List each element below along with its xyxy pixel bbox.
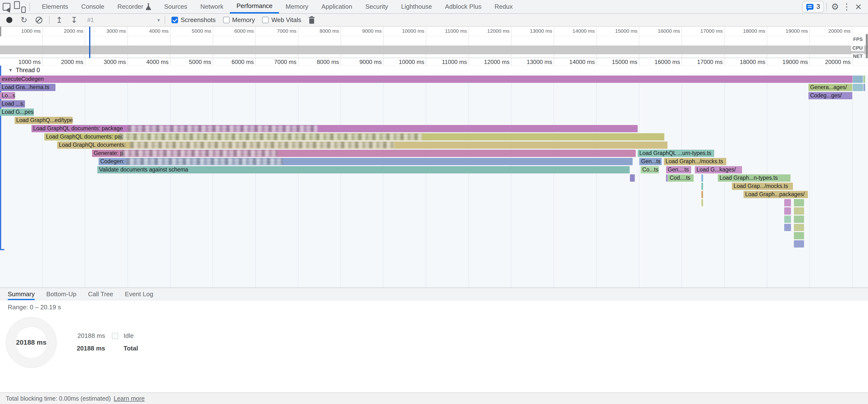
learn-more-link[interactable]: Learn more xyxy=(114,395,145,402)
flame-event-load-s-ts[interactable]: Load ...s.ts xyxy=(0,100,25,107)
tab-summary[interactable]: Summary xyxy=(8,288,35,300)
flame-event-load-grap-mocks-ts[interactable]: Load Grap.../mocks.ts xyxy=(732,183,793,190)
inspect-element-icon[interactable] xyxy=(0,0,13,13)
flame-event-load-graph-n-types-ts[interactable]: Load Graph...n-types.ts xyxy=(718,175,790,182)
flame-event-block[interactable] xyxy=(702,199,703,206)
flame-event-gen-ts[interactable]: Gen....ts xyxy=(666,166,691,174)
reload-and-record-icon[interactable]: ↻ xyxy=(21,16,27,24)
tab-bottom-up[interactable]: Bottom-Up xyxy=(46,288,76,300)
overview-left-handle[interactable] xyxy=(0,27,1,36)
flame-event-generate-p[interactable]: Generate: p xyxy=(92,150,636,157)
tab-lighthouse[interactable]: Lighthouse xyxy=(395,0,438,13)
redacted-text-blur xyxy=(121,150,277,157)
record-button[interactable] xyxy=(6,17,12,23)
flame-event-block[interactable] xyxy=(853,75,863,83)
garbage-collect-icon[interactable] xyxy=(309,16,315,24)
flame-event-block[interactable] xyxy=(794,240,804,248)
flame-event-load-g-kages[interactable]: Load G...kages/ xyxy=(695,166,742,174)
redacted-text-blur xyxy=(119,133,422,140)
ruler-tick-label: 4000 ms xyxy=(123,59,168,65)
timeline-overview[interactable]: 1000 ms2000 ms3000 ms4000 ms5000 ms6000 … xyxy=(0,27,868,58)
flame-event-block[interactable] xyxy=(702,191,703,198)
device-toolbar-icon[interactable] xyxy=(13,0,26,13)
tab-elements[interactable]: Elements xyxy=(35,0,74,13)
flame-event-block[interactable] xyxy=(666,175,668,182)
flame-event-block[interactable] xyxy=(784,224,791,231)
ruler-tick-label: 6000 ms xyxy=(208,28,254,34)
flame-event-load-graphql-urn-types-ts[interactable]: Load GraphQL ...urn-types.ts xyxy=(638,150,714,157)
ruler-tick-label: 11000 ms xyxy=(422,28,467,34)
flame-event-block[interactable] xyxy=(784,216,791,223)
flame-event-label: Load Gra...hema.ts xyxy=(2,84,50,90)
flame-event-load-graphq-ed-types-ts[interactable]: Load GraphQ...ed/types.ts xyxy=(14,117,73,124)
flame-event-label: Lo...s xyxy=(2,92,15,99)
ruler-tick-label: 17000 ms xyxy=(677,59,723,65)
flame-event-co-ts[interactable]: Co...ts xyxy=(641,166,659,174)
flame-event-lo-s[interactable]: Lo...s xyxy=(0,92,15,99)
flame-event-gen-ts[interactable]: Gen...ts xyxy=(640,158,662,165)
flame-event-executecodegen[interactable]: executeCodegen xyxy=(0,75,852,83)
flame-event-load-graphql-documents[interactable]: Load GraphQL documents: xyxy=(57,142,668,149)
flame-event-codeg-ges[interactable]: Codeg...ges/ xyxy=(808,92,852,99)
screenshots-checkbox[interactable]: Screenshots xyxy=(172,16,216,24)
more-options-icon[interactable]: ⋮ xyxy=(841,2,852,12)
session-label: #1 xyxy=(87,17,94,24)
ruler-tick-label: 10000 ms xyxy=(379,28,424,34)
flame-event-label: Gen....ts xyxy=(668,166,689,173)
history-dropdown[interactable]: #1 ▾ xyxy=(87,17,160,24)
load-profile-icon[interactable]: ↥ xyxy=(56,16,63,24)
tab-call-tree[interactable]: Call Tree xyxy=(88,288,113,300)
issues-button[interactable]: 3 xyxy=(802,1,824,12)
tab-recorder[interactable]: Recorder xyxy=(111,0,158,13)
tab-network[interactable]: Network xyxy=(194,0,230,13)
flame-event-block[interactable] xyxy=(794,216,804,223)
tab-security[interactable]: Security xyxy=(359,0,395,13)
flame-event-cod-ts[interactable]: Cod....ts xyxy=(668,175,693,182)
flame-event-block[interactable] xyxy=(794,199,804,206)
settings-gear-icon[interactable]: ⚙ xyxy=(829,2,841,12)
collapse-triangle-icon: ▼ xyxy=(8,68,13,73)
tab-event-log[interactable]: Event Log xyxy=(125,288,153,300)
flame-event-load-graph-packages[interactable]: Load Graph...packages/ xyxy=(744,191,808,198)
flame-chart[interactable]: ▼ Thread 0 executeCodegenLoad Gra...hema… xyxy=(0,66,868,287)
flame-event-load-graphql-documents-package[interactable]: Load GraphQL documents: package xyxy=(31,125,638,132)
tabbar-divider xyxy=(826,3,827,11)
scrollbar-thumb[interactable] xyxy=(866,34,868,59)
memory-checkbox[interactable]: Memory xyxy=(223,16,255,24)
tab-adblock-plus[interactable]: Adblock Plus xyxy=(439,0,488,13)
flame-event-validate-documents-against-schema[interactable]: Validate documents against schema xyxy=(97,166,630,174)
tab-label: Performance xyxy=(237,0,273,12)
flame-event-block[interactable] xyxy=(794,232,804,239)
overview-playhead-marker[interactable] xyxy=(89,27,90,58)
tab-console[interactable]: Console xyxy=(74,0,111,13)
flame-event-load-gra-hema-ts[interactable]: Load Gra...hema.ts xyxy=(0,84,56,91)
tab-redux[interactable]: Redux xyxy=(488,0,519,13)
tab-performance[interactable]: Performance xyxy=(230,0,279,13)
close-icon[interactable]: × xyxy=(852,1,864,13)
flame-event-block[interactable] xyxy=(794,224,804,231)
flame-event-load-graphql-documents-pac[interactable]: Load GraphQL documents: pac xyxy=(44,133,664,141)
thread-toggle[interactable]: ▼ Thread 0 xyxy=(8,67,40,74)
details-tabbar: SummaryBottom-UpCall TreeEvent Log xyxy=(0,287,868,300)
save-profile-icon[interactable]: ↧ xyxy=(71,16,78,24)
flame-event-block[interactable] xyxy=(853,84,863,91)
flame-event-codegen[interactable]: Codegen: xyxy=(99,158,632,165)
clear-recording-icon[interactable] xyxy=(36,17,42,24)
flame-event-block[interactable] xyxy=(630,175,635,182)
tab-application[interactable]: Application xyxy=(315,0,359,13)
flame-event-block[interactable] xyxy=(702,183,703,190)
flame-event-block[interactable] xyxy=(784,207,791,215)
web-vitals-checkbox[interactable]: Web Vitals xyxy=(262,16,301,24)
flame-event-label: Load GraphQL documents: package xyxy=(33,125,123,131)
flame-event-genera-ages[interactable]: Genera...ages/ xyxy=(808,84,852,91)
checkbox-box xyxy=(223,17,229,23)
flame-event-block[interactable] xyxy=(863,75,865,83)
flame-event-load-graph-mocks-ts[interactable]: Load Graph.../mocks.ts xyxy=(664,158,726,165)
flame-event-block[interactable] xyxy=(702,175,703,182)
flame-event-block[interactable] xyxy=(794,207,804,215)
flame-event-block[interactable] xyxy=(863,84,865,91)
tab-memory[interactable]: Memory xyxy=(279,0,315,13)
tab-sources[interactable]: Sources xyxy=(158,0,194,13)
flame-event-load-g-pes-ts[interactable]: Load G...pes.ts xyxy=(0,108,34,116)
flame-event-block[interactable] xyxy=(784,199,791,206)
